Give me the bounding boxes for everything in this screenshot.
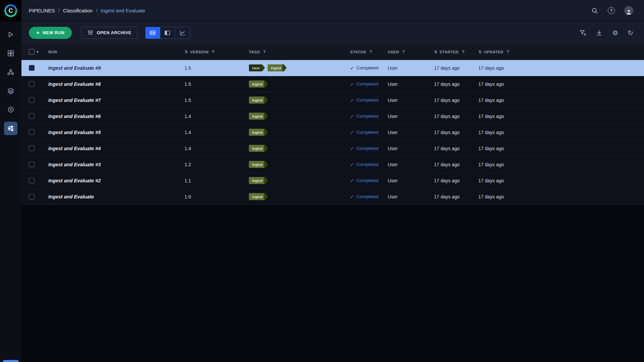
run-name-link[interactable]: Ingest and Evaluate #5 bbox=[48, 130, 101, 135]
status-label: Completed bbox=[357, 81, 378, 86]
tags-cell: ingest bbox=[249, 129, 350, 136]
row-checkbox[interactable] bbox=[29, 97, 35, 103]
column-label: STARTED bbox=[440, 50, 459, 54]
run-name-link[interactable]: Ingest and Evaluate #8 bbox=[48, 81, 101, 87]
version-cell: 1.2 bbox=[183, 162, 249, 167]
column-header-version[interactable]: ⇅ VERSION bbox=[183, 50, 249, 54]
started-cell: 17 days ago bbox=[434, 178, 478, 183]
chart-view-icon bbox=[179, 29, 186, 36]
app-logo[interactable]: C bbox=[0, 0, 21, 21]
status-label: Completed bbox=[357, 178, 378, 183]
settings-button[interactable]: ⚙ bbox=[612, 29, 618, 36]
run-name-link[interactable]: Ingest and Evaluate #6 bbox=[48, 114, 101, 119]
breadcrumb-pipelines[interactable]: PIPELINES bbox=[29, 8, 55, 13]
row-checkbox[interactable] bbox=[29, 81, 35, 87]
filter-icon[interactable] bbox=[506, 50, 510, 54]
run-name-link[interactable]: Ingest and Evaluate #7 bbox=[48, 98, 101, 103]
user-menu-button[interactable] bbox=[624, 6, 633, 15]
table-row[interactable]: Ingest and Evaluate #3 1.2 ingest ✓ Comp… bbox=[21, 157, 644, 173]
row-checkbox[interactable] bbox=[29, 113, 35, 119]
column-header-status[interactable]: STATUS bbox=[350, 50, 388, 54]
table-view-toggle[interactable] bbox=[146, 27, 160, 39]
sort-icon[interactable]: ⇅ bbox=[184, 50, 188, 54]
download-icon bbox=[596, 29, 603, 36]
new-run-button[interactable]: + NEW RUN bbox=[29, 27, 72, 39]
sidebar-item-reports[interactable] bbox=[4, 84, 17, 98]
status-label: Completed bbox=[357, 146, 378, 151]
filter-icon[interactable] bbox=[369, 50, 373, 54]
tags-cell: ingest bbox=[249, 177, 350, 184]
run-name-link[interactable]: Ingest and Evaluate bbox=[48, 194, 94, 199]
table-row[interactable]: Ingest and Evaluate #8 1.5 ingest ✓ Comp… bbox=[21, 76, 644, 92]
row-checkbox[interactable] bbox=[29, 162, 35, 167]
search-button[interactable] bbox=[591, 7, 598, 14]
table-row[interactable]: Ingest and Evaluate #5 1.4 ingest ✓ Comp… bbox=[21, 124, 644, 140]
filter-icon[interactable] bbox=[211, 50, 215, 54]
logo-letter: C bbox=[8, 7, 13, 14]
filter-icon[interactable] bbox=[462, 50, 465, 54]
table-row[interactable]: Ingest and Evaluate #6 1.4 ingest ✓ Comp… bbox=[21, 108, 644, 124]
user-icon bbox=[626, 9, 632, 15]
auto-refresh-button[interactable]: ↻ bbox=[628, 29, 633, 36]
sidebar-item-applications[interactable] bbox=[4, 103, 17, 116]
table-row[interactable]: Ingest and Evaluate #4 1.4 ingest ✓ Comp… bbox=[21, 140, 644, 157]
run-name-link[interactable]: Ingest and Evaluate #3 bbox=[48, 162, 101, 167]
sort-icon[interactable]: ⇅ bbox=[478, 50, 482, 54]
started-cell: 17 days ago bbox=[434, 146, 478, 151]
status-cell: ✓ Completed bbox=[350, 114, 388, 119]
select-all-checkbox[interactable] bbox=[29, 49, 35, 55]
table-row[interactable]: Ingest and Evaluate #2 1.1 ingest ✓ Comp… bbox=[21, 173, 644, 189]
tag-best: best bbox=[249, 64, 265, 71]
help-button[interactable]: ? bbox=[608, 7, 615, 14]
tag-ingest: ingest bbox=[249, 113, 268, 120]
row-checkbox[interactable] bbox=[29, 194, 35, 199]
run-name-link[interactable]: Ingest and Evaluate #9 bbox=[48, 65, 101, 71]
select-dropdown-caret[interactable]: ▾ bbox=[37, 50, 39, 54]
column-header-run[interactable]: RUN bbox=[40, 50, 183, 54]
chart-view-toggle[interactable] bbox=[175, 27, 190, 39]
status-cell: ✓ Completed bbox=[350, 98, 388, 103]
sidebar-item-datasets[interactable] bbox=[4, 47, 17, 60]
updated-cell: 17 days ago bbox=[478, 98, 644, 103]
run-name-link[interactable]: Ingest and Evaluate #4 bbox=[48, 146, 101, 151]
column-header-tags[interactable]: TAGS bbox=[249, 50, 350, 54]
sidebar-item-orchestration[interactable] bbox=[4, 65, 17, 79]
completed-check-icon: ✓ bbox=[350, 98, 354, 103]
tag-ingest: ingest bbox=[249, 193, 268, 200]
table-row[interactable]: Ingest and Evaluate #7 1.5 ingest ✓ Comp… bbox=[21, 92, 644, 108]
table-row[interactable]: Ingest and Evaluate 1.0 ingest ✓ Complet… bbox=[21, 189, 644, 205]
row-checkbox[interactable] bbox=[29, 178, 35, 183]
status-label: Completed bbox=[357, 114, 378, 119]
row-checkbox[interactable] bbox=[29, 145, 35, 151]
refresh-icon: ↻ bbox=[628, 29, 633, 37]
column-header-started[interactable]: ⇅ STARTED bbox=[434, 50, 478, 54]
datasets-icon bbox=[7, 50, 14, 57]
completed-check-icon: ✓ bbox=[350, 65, 354, 71]
updated-cell: 17 days ago bbox=[478, 146, 644, 151]
user-cell: User bbox=[388, 162, 434, 167]
row-checkbox[interactable] bbox=[29, 65, 35, 71]
split-view-toggle[interactable] bbox=[160, 27, 175, 39]
started-cell: 17 days ago bbox=[434, 98, 478, 103]
tag-ingest: ingest bbox=[249, 161, 268, 168]
column-header-user[interactable]: USER bbox=[388, 50, 434, 54]
filter-icon[interactable] bbox=[263, 50, 266, 54]
sort-icon[interactable]: ⇅ bbox=[434, 50, 438, 54]
sidebar-item-pipelines[interactable] bbox=[4, 122, 17, 135]
row-checkbox[interactable] bbox=[29, 129, 35, 135]
sidebar-item-projects[interactable] bbox=[4, 28, 17, 41]
run-name-link[interactable]: Ingest and Evaluate #2 bbox=[48, 178, 101, 183]
table-row[interactable]: Ingest and Evaluate #9 1.5 bestingest ✓ … bbox=[21, 60, 644, 76]
filter-icon[interactable] bbox=[402, 50, 406, 54]
open-archive-button[interactable]: OPEN ARCHIVE bbox=[81, 27, 138, 39]
version-cell: 1.0 bbox=[183, 194, 249, 199]
split-view-icon bbox=[164, 29, 171, 36]
breadcrumb-project[interactable]: Classification bbox=[63, 8, 93, 13]
bottom-left-widget[interactable] bbox=[3, 360, 19, 362]
breadcrumb: PIPELINES / Classification / Ingest and … bbox=[29, 8, 145, 13]
column-header-updated[interactable]: ⇅ UPDATED bbox=[478, 50, 644, 54]
status-label: Completed bbox=[357, 98, 378, 103]
clear-filters-button[interactable] bbox=[579, 29, 586, 36]
download-button[interactable] bbox=[596, 29, 603, 36]
version-cell: 1.5 bbox=[183, 98, 249, 103]
